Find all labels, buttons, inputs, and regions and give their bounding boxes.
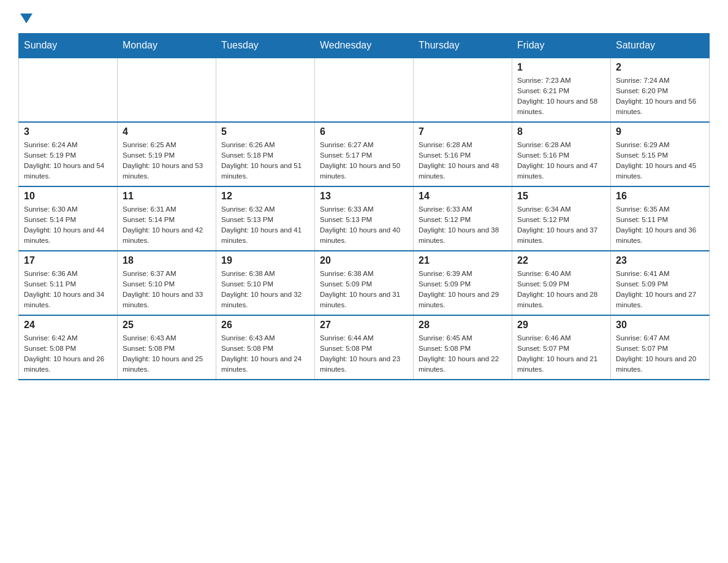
calendar-day-cell: 2Sunrise: 7:24 AMSunset: 6:20 PMDaylight… <box>611 58 710 122</box>
calendar-week-row: 10Sunrise: 6:30 AMSunset: 5:14 PMDayligh… <box>19 186 710 251</box>
day-info: Sunrise: 6:34 AMSunset: 5:12 PMDaylight:… <box>517 204 605 247</box>
calendar-day-cell: 29Sunrise: 6:46 AMSunset: 5:07 PMDayligh… <box>512 315 611 380</box>
day-number: 26 <box>221 320 309 331</box>
day-info: Sunrise: 6:31 AMSunset: 5:14 PMDaylight:… <box>123 204 211 247</box>
day-number: 30 <box>616 320 704 331</box>
day-number: 4 <box>123 126 211 137</box>
day-number: 20 <box>320 255 408 266</box>
day-number: 16 <box>616 191 704 202</box>
calendar-day-cell: 22Sunrise: 6:40 AMSunset: 5:09 PMDayligh… <box>512 251 611 315</box>
day-info: Sunrise: 6:33 AMSunset: 5:13 PMDaylight:… <box>320 204 408 247</box>
day-number: 14 <box>419 191 507 202</box>
calendar-day-cell: 28Sunrise: 6:45 AMSunset: 5:08 PMDayligh… <box>414 315 512 380</box>
day-info: Sunrise: 6:27 AMSunset: 5:17 PMDaylight:… <box>320 140 408 182</box>
calendar-day-cell <box>216 58 315 122</box>
day-number: 28 <box>419 320 507 331</box>
day-number: 24 <box>24 320 112 331</box>
calendar-day-cell: 12Sunrise: 6:32 AMSunset: 5:13 PMDayligh… <box>216 186 315 251</box>
day-number: 8 <box>517 126 605 137</box>
day-info: Sunrise: 6:39 AMSunset: 5:09 PMDaylight:… <box>419 269 507 311</box>
calendar-day-cell: 24Sunrise: 6:42 AMSunset: 5:08 PMDayligh… <box>19 315 118 380</box>
calendar-week-row: 24Sunrise: 6:42 AMSunset: 5:08 PMDayligh… <box>19 315 710 380</box>
calendar-day-cell: 15Sunrise: 6:34 AMSunset: 5:12 PMDayligh… <box>512 186 611 251</box>
day-info: Sunrise: 6:28 AMSunset: 5:16 PMDaylight:… <box>517 140 605 182</box>
logo-triangle-icon <box>20 12 32 25</box>
day-number: 29 <box>517 320 605 331</box>
day-number: 18 <box>123 255 211 266</box>
day-info: Sunrise: 6:35 AMSunset: 5:11 PMDaylight:… <box>616 204 704 247</box>
calendar-week-row: 17Sunrise: 6:36 AMSunset: 5:11 PMDayligh… <box>19 251 710 315</box>
day-info: Sunrise: 6:29 AMSunset: 5:15 PMDaylight:… <box>616 140 704 182</box>
day-info: Sunrise: 6:36 AMSunset: 5:11 PMDaylight:… <box>24 269 112 311</box>
day-number: 3 <box>24 126 112 137</box>
calendar-day-cell: 6Sunrise: 6:27 AMSunset: 5:17 PMDaylight… <box>315 122 414 186</box>
calendar-day-cell: 26Sunrise: 6:43 AMSunset: 5:08 PMDayligh… <box>216 315 315 380</box>
day-info: Sunrise: 6:28 AMSunset: 5:16 PMDaylight:… <box>419 140 507 182</box>
page-header <box>18 12 710 27</box>
day-info: Sunrise: 6:44 AMSunset: 5:08 PMDaylight:… <box>320 333 408 375</box>
day-number: 13 <box>320 191 408 202</box>
day-number: 7 <box>419 126 507 137</box>
calendar-week-row: 1Sunrise: 7:23 AMSunset: 6:21 PMDaylight… <box>19 58 710 122</box>
calendar-day-cell: 1Sunrise: 7:23 AMSunset: 6:21 PMDaylight… <box>512 58 611 122</box>
day-info: Sunrise: 6:45 AMSunset: 5:08 PMDaylight:… <box>419 333 507 375</box>
calendar-day-cell: 9Sunrise: 6:29 AMSunset: 5:15 PMDaylight… <box>611 122 710 186</box>
day-number: 22 <box>517 255 605 266</box>
day-info: Sunrise: 6:24 AMSunset: 5:19 PMDaylight:… <box>24 140 112 182</box>
logo <box>18 12 32 27</box>
calendar-day-cell: 8Sunrise: 6:28 AMSunset: 5:16 PMDaylight… <box>512 122 611 186</box>
day-info: Sunrise: 6:40 AMSunset: 5:09 PMDaylight:… <box>517 269 605 311</box>
calendar-day-cell: 17Sunrise: 6:36 AMSunset: 5:11 PMDayligh… <box>19 251 118 315</box>
day-info: Sunrise: 7:24 AMSunset: 6:20 PMDaylight:… <box>616 75 704 118</box>
day-info: Sunrise: 6:43 AMSunset: 5:08 PMDaylight:… <box>221 333 309 375</box>
day-number: 25 <box>123 320 211 331</box>
calendar-day-cell <box>118 58 216 122</box>
calendar-day-cell: 16Sunrise: 6:35 AMSunset: 5:11 PMDayligh… <box>611 186 710 251</box>
calendar-day-cell: 14Sunrise: 6:33 AMSunset: 5:12 PMDayligh… <box>414 186 512 251</box>
day-number: 19 <box>221 255 309 266</box>
day-number: 5 <box>221 126 309 137</box>
calendar-day-cell <box>19 58 118 122</box>
weekday-header-row: SundayMondayTuesdayWednesdayThursdayFrid… <box>19 33 710 58</box>
svg-marker-0 <box>20 13 32 23</box>
calendar-day-cell: 10Sunrise: 6:30 AMSunset: 5:14 PMDayligh… <box>19 186 118 251</box>
calendar-day-cell: 21Sunrise: 6:39 AMSunset: 5:09 PMDayligh… <box>414 251 512 315</box>
day-number: 1 <box>517 62 605 73</box>
day-number: 2 <box>616 62 704 73</box>
day-number: 17 <box>24 255 112 266</box>
day-info: Sunrise: 6:41 AMSunset: 5:09 PMDaylight:… <box>616 269 704 311</box>
day-info: Sunrise: 6:47 AMSunset: 5:07 PMDaylight:… <box>616 333 704 375</box>
calendar-day-cell: 27Sunrise: 6:44 AMSunset: 5:08 PMDayligh… <box>315 315 414 380</box>
weekday-header-cell: Thursday <box>414 33 512 58</box>
calendar-day-cell <box>315 58 414 122</box>
weekday-header-cell: Saturday <box>611 33 710 58</box>
day-number: 23 <box>616 255 704 266</box>
calendar-day-cell: 30Sunrise: 6:47 AMSunset: 5:07 PMDayligh… <box>611 315 710 380</box>
day-number: 21 <box>419 255 507 266</box>
calendar-day-cell: 20Sunrise: 6:38 AMSunset: 5:09 PMDayligh… <box>315 251 414 315</box>
day-number: 15 <box>517 191 605 202</box>
weekday-header-cell: Tuesday <box>216 33 315 58</box>
day-number: 9 <box>616 126 704 137</box>
calendar-table: SundayMondayTuesdayWednesdayThursdayFrid… <box>18 33 710 380</box>
day-number: 6 <box>320 126 408 137</box>
day-info: Sunrise: 7:23 AMSunset: 6:21 PMDaylight:… <box>517 75 605 118</box>
day-info: Sunrise: 6:38 AMSunset: 5:09 PMDaylight:… <box>320 269 408 311</box>
day-number: 27 <box>320 320 408 331</box>
calendar-week-row: 3Sunrise: 6:24 AMSunset: 5:19 PMDaylight… <box>19 122 710 186</box>
day-number: 12 <box>221 191 309 202</box>
weekday-header-cell: Sunday <box>19 33 118 58</box>
calendar-day-cell: 25Sunrise: 6:43 AMSunset: 5:08 PMDayligh… <box>118 315 216 380</box>
day-number: 10 <box>24 191 112 202</box>
calendar-day-cell: 4Sunrise: 6:25 AMSunset: 5:19 PMDaylight… <box>118 122 216 186</box>
calendar-day-cell: 5Sunrise: 6:26 AMSunset: 5:18 PMDaylight… <box>216 122 315 186</box>
calendar-day-cell: 13Sunrise: 6:33 AMSunset: 5:13 PMDayligh… <box>315 186 414 251</box>
calendar-day-cell: 3Sunrise: 6:24 AMSunset: 5:19 PMDaylight… <box>19 122 118 186</box>
calendar-day-cell: 18Sunrise: 6:37 AMSunset: 5:10 PMDayligh… <box>118 251 216 315</box>
calendar-day-cell: 11Sunrise: 6:31 AMSunset: 5:14 PMDayligh… <box>118 186 216 251</box>
day-info: Sunrise: 6:25 AMSunset: 5:19 PMDaylight:… <box>123 140 211 182</box>
day-info: Sunrise: 6:37 AMSunset: 5:10 PMDaylight:… <box>123 269 211 311</box>
weekday-header-cell: Wednesday <box>315 33 414 58</box>
day-info: Sunrise: 6:32 AMSunset: 5:13 PMDaylight:… <box>221 204 309 247</box>
day-info: Sunrise: 6:46 AMSunset: 5:07 PMDaylight:… <box>517 333 605 375</box>
